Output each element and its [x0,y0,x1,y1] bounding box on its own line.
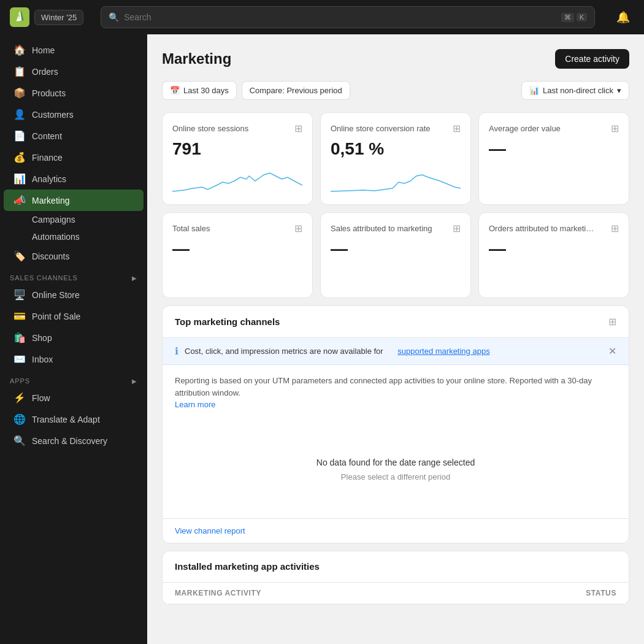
sidebar-item-translate-adapt[interactable]: 🌐 Translate & Adapt [4,408,144,430]
installed-section-title: Installed marketing app activities [175,561,320,572]
sidebar-item-campaigns[interactable]: Campaigns [4,211,144,228]
search-bar[interactable]: 🔍 ⌘ K [101,6,595,28]
notifications-button[interactable]: 🔔 [612,6,634,28]
sidebar-item-flow[interactable]: ⚡ Flow [4,387,144,408]
column-activity: Marketing activity [175,589,261,597]
info-banner-text: Cost, click, and impression metrics are … [185,347,383,356]
metrics-grid-bottom: Total sales ⊞ — Sales attributed to mark… [162,212,629,298]
content-icon: 📄 [13,130,26,142]
metric-card-sessions: Online store sessions ⊞ 791 [162,112,313,205]
page-title: Marketing [162,50,231,67]
info-icon-orders-attributed[interactable]: ⊞ [611,223,619,234]
info-banner: ℹ Cost, click, and impression metrics ar… [163,338,629,365]
sidebar-item-label: Shop [32,333,52,343]
analytics-icon: 📊 [13,173,26,185]
search-input[interactable] [124,12,556,22]
sidebar-item-orders[interactable]: 📋 Orders [4,61,144,82]
reporting-text: Reporting is based on your UTM parameter… [163,365,629,421]
point-of-sale-icon: 💳 [13,310,26,322]
orders-icon: 📋 [13,66,26,77]
main-content: Marketing Create activity 📅 Last 30 days… [147,34,644,644]
sidebar-item-finance[interactable]: 💰 Finance [4,147,144,168]
info-circle-icon: ℹ [175,345,178,357]
chart-sessions [172,164,302,194]
attribution-label: Last non-direct click [543,86,613,95]
create-activity-button[interactable]: Create activity [555,49,629,69]
shop-icon: 🛍️ [13,332,26,343]
metric-value-conversion: 0,51 % [331,139,461,159]
sidebar-item-search-discovery[interactable]: 🔍 Search & Discovery [4,430,144,451]
date-range-label: Last 30 days [183,86,229,95]
search-discovery-icon: 🔍 [13,435,26,447]
metric-card-conversion: Online store conversion rate ⊞ 0,51 % [320,112,471,205]
date-range-button[interactable]: 📅 Last 30 days [162,81,237,100]
sidebar-item-label: Products [32,88,66,98]
sidebar-item-customers[interactable]: 👤 Customers [4,104,144,125]
info-icon-total-sales[interactable]: ⊞ [294,223,302,234]
chart-conversion [331,164,461,194]
sidebar-item-label: Marketing [32,196,69,205]
sidebar-item-label: Finance [32,153,63,163]
sidebar: 🏠 Home 📋 Orders 📦 Products 👤 Customers 📄… [0,34,147,644]
info-icon-channels[interactable]: ⊞ [608,316,616,328]
installed-section: Installed marketing app activities Marke… [162,551,629,605]
sidebar-item-marketing[interactable]: 📣 Marketing [4,190,144,211]
sidebar-item-content[interactable]: 📄 Content [4,125,144,147]
sidebar-item-shop[interactable]: 🛍️ Shop [4,327,144,348]
metrics-grid-top: Online store sessions ⊞ 791 Online store… [162,112,629,205]
finance-icon: 💰 [13,151,26,163]
translate-icon: 🌐 [13,413,26,425]
sidebar-item-analytics[interactable]: 📊 Analytics [4,168,144,190]
compare-label: Compare: Previous period [250,86,342,95]
sidebar-item-inbox[interactable]: ✉️ Inbox [4,348,144,370]
top-channels-header: Top marketing channels ⊞ [163,306,629,338]
metric-title-sales-attributed: Sales attributed to marketing [331,224,432,233]
sidebar-item-label: Home [32,45,55,55]
bell-icon: 🔔 [616,10,630,24]
apps-section: Apps ▶ [0,370,147,387]
info-icon-sessions[interactable]: ⊞ [294,123,302,134]
expand-icon: ▶ [132,275,137,282]
campaigns-label: Campaigns [32,215,75,224]
close-banner-button[interactable]: ✕ [608,345,616,357]
shopify-logo-icon [10,7,29,27]
top-navigation: Winter '25 🔍 ⌘ K 🔔 [0,0,644,34]
metric-title-orders-attributed: Orders attributed to marketi… [489,224,594,233]
info-icon-conversion[interactable]: ⊞ [453,123,461,134]
learn-more-link[interactable]: Learn more [175,400,215,409]
search-icon: 🔍 [109,12,119,22]
metric-title-avg-order: Average order value [489,124,561,133]
view-channel-report-link[interactable]: View channel report [163,518,629,543]
sales-channels-section: Sales channels ▶ [0,267,147,284]
filter-bar: 📅 Last 30 days Compare: Previous period … [162,81,629,100]
metric-value-sales-attributed: — [331,239,461,259]
store-badge[interactable]: Winter '25 [34,10,83,25]
cmd-key: ⌘ [561,13,574,22]
sidebar-item-online-store[interactable]: 🖥️ Online Store [4,284,144,305]
automations-label: Automations [32,232,80,242]
sidebar-item-home[interactable]: 🏠 Home [4,39,144,61]
chevron-down-icon: ▾ [617,86,621,95]
sidebar-item-automations[interactable]: Automations [4,228,144,245]
sidebar-item-label: Flow [32,393,50,403]
info-icon-sales-attributed[interactable]: ⊞ [453,223,461,234]
page-header: Marketing Create activity [162,49,629,69]
sidebar-item-label: Translate & Adapt [32,415,100,424]
no-data-section: No data found for the date range selecte… [163,421,629,518]
compare-button[interactable]: Compare: Previous period [242,81,350,100]
marketing-icon: 📣 [13,194,26,206]
flow-icon: ⚡ [13,392,26,404]
metric-value-orders-attributed: — [489,239,619,259]
calendar-icon: 📅 [170,86,180,95]
supported-apps-link[interactable]: supported marketing apps [397,347,489,356]
attribution-button[interactable]: 📊 Last non-direct click ▾ [521,81,629,100]
sidebar-item-point-of-sale[interactable]: 💳 Point of Sale [4,305,144,327]
sidebar-item-discounts[interactable]: 🏷️ Discounts [4,245,144,267]
sidebar-item-products[interactable]: 📦 Products [4,82,144,104]
sidebar-item-label: Online Store [32,290,80,300]
metric-card-total-sales: Total sales ⊞ — [162,212,313,298]
metric-value-sessions: 791 [172,139,302,159]
metric-card-avg-order: Average order value ⊞ — [478,112,629,205]
table-header: Marketing activity Status [163,583,629,604]
info-icon-avg-order[interactable]: ⊞ [611,123,619,134]
